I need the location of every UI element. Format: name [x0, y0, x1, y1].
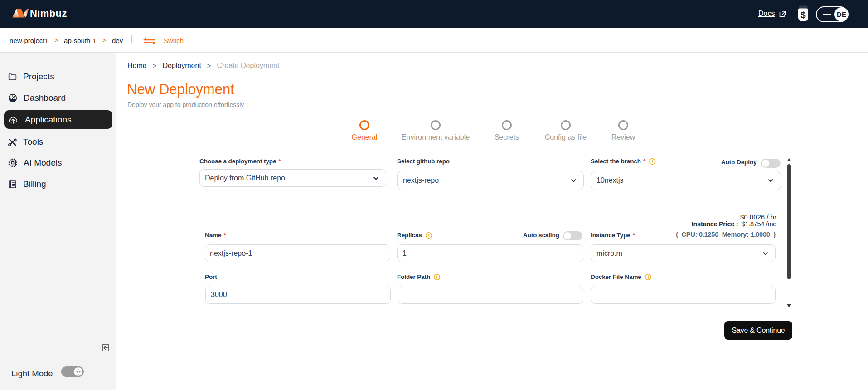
svg-text:$: $ — [800, 10, 805, 20]
